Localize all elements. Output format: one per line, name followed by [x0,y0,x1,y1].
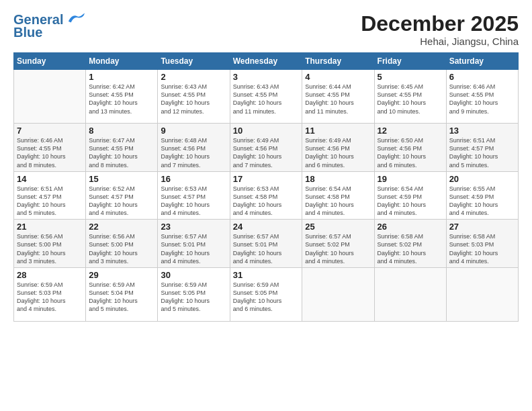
day-info: Sunrise: 6:46 AM Sunset: 4:55 PM Dayligh… [449,83,515,116]
day-number: 22 [89,222,154,232]
calendar-cell-w3-d1: 14Sunrise: 6:51 AM Sunset: 4:57 PM Dayli… [14,171,86,220]
calendar-cell-w5-d4: 31Sunrise: 6:59 AM Sunset: 5:05 PM Dayli… [230,267,302,321]
calendar-cell-w1-d5: 4Sunrise: 6:44 AM Sunset: 4:55 PM Daylig… [302,70,374,124]
calendar-cell-w5-d1: 28Sunrise: 6:59 AM Sunset: 5:03 PM Dayli… [14,267,86,321]
col-monday: Monday [86,53,158,70]
day-info: Sunrise: 6:58 AM Sunset: 5:02 PM Dayligh… [378,232,443,265]
day-number: 14 [17,174,83,184]
calendar-week-5: 28Sunrise: 6:59 AM Sunset: 5:03 PM Dayli… [14,267,519,321]
calendar-cell-w5-d2: 29Sunrise: 6:59 AM Sunset: 5:04 PM Dayli… [86,267,158,321]
day-info: Sunrise: 6:49 AM Sunset: 4:56 PM Dayligh… [305,136,371,169]
day-info: Sunrise: 6:48 AM Sunset: 4:56 PM Dayligh… [161,136,226,169]
day-info: Sunrise: 6:45 AM Sunset: 4:55 PM Dayligh… [378,83,443,116]
calendar-cell-w5-d5 [302,267,374,321]
day-info: Sunrise: 6:44 AM Sunset: 4:55 PM Dayligh… [305,83,371,116]
day-number: 10 [233,126,300,136]
calendar-cell-w2-d7: 13Sunrise: 6:51 AM Sunset: 4:57 PM Dayli… [446,124,518,172]
logo-blue: Blue [13,25,42,40]
calendar-cell-w5-d3: 30Sunrise: 6:59 AM Sunset: 5:05 PM Dayli… [158,267,230,321]
calendar-cell-w4-d6: 26Sunrise: 6:58 AM Sunset: 5:02 PM Dayli… [374,220,446,268]
day-info: Sunrise: 6:43 AM Sunset: 4:55 PM Dayligh… [233,83,300,116]
calendar-cell-w4-d5: 25Sunrise: 6:57 AM Sunset: 5:02 PM Dayli… [302,220,374,268]
day-info: Sunrise: 6:54 AM Sunset: 4:58 PM Dayligh… [305,185,371,218]
calendar-cell-w3-d7: 20Sunrise: 6:55 AM Sunset: 4:59 PM Dayli… [446,171,518,220]
day-info: Sunrise: 6:56 AM Sunset: 5:00 PM Dayligh… [17,232,83,265]
calendar-cell-w4-d3: 23Sunrise: 6:57 AM Sunset: 5:01 PM Dayli… [158,220,230,268]
day-info: Sunrise: 6:53 AM Sunset: 4:57 PM Dayligh… [161,185,226,218]
day-info: Sunrise: 6:43 AM Sunset: 4:55 PM Dayligh… [161,83,226,116]
page: General Blue December 2025 Hehai, Jiangs… [0,0,532,411]
calendar-table: Sunday Monday Tuesday Wednesday Thursday… [13,52,519,322]
calendar-cell-w4-d7: 27Sunrise: 6:58 AM Sunset: 5:03 PM Dayli… [446,220,518,268]
calendar-cell-w2-d4: 10Sunrise: 6:49 AM Sunset: 4:56 PM Dayli… [230,124,302,172]
day-number: 7 [17,126,83,136]
calendar-cell-w3-d4: 17Sunrise: 6:53 AM Sunset: 4:58 PM Dayli… [230,171,302,220]
col-thursday: Thursday [302,53,374,70]
calendar-cell-w2-d3: 9Sunrise: 6:48 AM Sunset: 4:56 PM Daylig… [158,124,230,172]
col-saturday: Saturday [446,53,518,70]
day-number: 15 [89,174,154,184]
day-info: Sunrise: 6:59 AM Sunset: 5:05 PM Dayligh… [233,281,300,314]
day-info: Sunrise: 6:57 AM Sunset: 5:01 PM Dayligh… [233,232,300,265]
logo-bird-icon [67,12,86,24]
calendar-week-2: 7Sunrise: 6:46 AM Sunset: 4:55 PM Daylig… [14,124,519,172]
day-info: Sunrise: 6:57 AM Sunset: 5:01 PM Dayligh… [161,232,226,265]
day-number: 26 [378,222,443,232]
day-number: 25 [305,222,371,232]
calendar-week-1: 1Sunrise: 6:42 AM Sunset: 4:55 PM Daylig… [14,70,519,124]
day-number: 6 [449,72,515,82]
day-number: 8 [89,126,154,136]
day-number: 12 [378,126,443,136]
col-friday: Friday [374,53,446,70]
day-number: 19 [378,174,443,184]
day-info: Sunrise: 6:59 AM Sunset: 5:04 PM Dayligh… [89,281,154,314]
day-number: 1 [89,72,154,82]
day-number: 24 [233,222,300,232]
calendar-cell-w1-d3: 2Sunrise: 6:43 AM Sunset: 4:55 PM Daylig… [158,70,230,124]
day-info: Sunrise: 6:49 AM Sunset: 4:56 PM Dayligh… [233,136,300,169]
day-number: 4 [305,72,371,82]
calendar-cell-w3-d2: 15Sunrise: 6:52 AM Sunset: 4:57 PM Dayli… [86,171,158,220]
calendar-cell-w1-d7: 6Sunrise: 6:46 AM Sunset: 4:55 PM Daylig… [446,70,518,124]
day-number: 16 [161,174,226,184]
day-info: Sunrise: 6:51 AM Sunset: 4:57 PM Dayligh… [449,136,515,169]
calendar-cell-w1-d2: 1Sunrise: 6:42 AM Sunset: 4:55 PM Daylig… [86,70,158,124]
day-number: 20 [449,174,515,184]
day-number: 28 [17,270,83,280]
calendar-cell-w5-d7 [446,267,518,321]
day-info: Sunrise: 6:53 AM Sunset: 4:58 PM Dayligh… [233,185,300,218]
day-info: Sunrise: 6:54 AM Sunset: 4:59 PM Dayligh… [378,185,443,218]
header: General Blue December 2025 Hehai, Jiangs… [13,12,519,47]
day-info: Sunrise: 6:59 AM Sunset: 5:05 PM Dayligh… [161,281,226,314]
calendar-week-3: 14Sunrise: 6:51 AM Sunset: 4:57 PM Dayli… [14,171,519,220]
month-title: December 2025 [361,12,519,36]
calendar-cell-w4-d4: 24Sunrise: 6:57 AM Sunset: 5:01 PM Dayli… [230,220,302,268]
day-info: Sunrise: 6:47 AM Sunset: 4:55 PM Dayligh… [89,136,154,169]
day-info: Sunrise: 6:52 AM Sunset: 4:57 PM Dayligh… [89,185,154,218]
calendar-header-row: Sunday Monday Tuesday Wednesday Thursday… [14,53,519,70]
calendar-cell-w1-d1 [14,70,86,124]
day-info: Sunrise: 6:58 AM Sunset: 5:03 PM Dayligh… [449,232,515,265]
day-number: 5 [378,72,443,82]
calendar-cell-w2-d6: 12Sunrise: 6:50 AM Sunset: 4:56 PM Dayli… [374,124,446,172]
day-number: 27 [449,222,515,232]
day-info: Sunrise: 6:56 AM Sunset: 5:00 PM Dayligh… [89,232,154,265]
calendar-cell-w4-d2: 22Sunrise: 6:56 AM Sunset: 5:00 PM Dayli… [86,220,158,268]
calendar-cell-w3-d6: 19Sunrise: 6:54 AM Sunset: 4:59 PM Dayli… [374,171,446,220]
calendar-cell-w1-d6: 5Sunrise: 6:45 AM Sunset: 4:55 PM Daylig… [374,70,446,124]
logo: General Blue [13,12,86,40]
day-number: 21 [17,222,83,232]
day-number: 23 [161,222,226,232]
day-info: Sunrise: 6:57 AM Sunset: 5:02 PM Dayligh… [305,232,371,265]
day-number: 31 [233,270,300,280]
day-info: Sunrise: 6:42 AM Sunset: 4:55 PM Dayligh… [89,83,154,116]
day-number: 29 [89,270,154,280]
day-info: Sunrise: 6:46 AM Sunset: 4:55 PM Dayligh… [17,136,83,169]
col-sunday: Sunday [14,53,86,70]
calendar-cell-w3-d5: 18Sunrise: 6:54 AM Sunset: 4:58 PM Dayli… [302,171,374,220]
day-number: 3 [233,72,300,82]
col-wednesday: Wednesday [230,53,302,70]
day-number: 13 [449,126,515,136]
title-area: December 2025 Hehai, Jiangsu, China [361,12,519,47]
calendar-cell-w5-d6 [374,267,446,321]
